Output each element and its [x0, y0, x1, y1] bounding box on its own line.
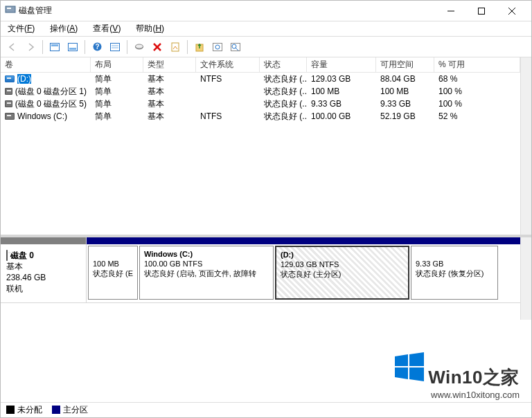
svg-rect-7 [51, 44, 58, 46]
view-top-icon[interactable] [47, 39, 62, 55]
svg-rect-0 [6, 6, 15, 12]
legend-unallocated: 未分配 [6, 404, 42, 416]
svg-rect-19 [172, 43, 179, 51]
volume-icon [5, 100, 12, 107]
menu-help[interactable]: 帮助(H) [133, 21, 167, 36]
refresh-icon[interactable] [132, 39, 147, 55]
volume-row[interactable]: (磁盘 0 磁盘分区 1)简单基本状态良好 (...100 MB100 MB10… [1, 85, 520, 98]
menu-action[interactable]: 操作(A) [47, 21, 80, 36]
graphical-view-scrollbar[interactable] [520, 237, 531, 320]
volume-row[interactable]: (D:)简单基本NTFS状态良好 (...129.03 GB88.04 GB68… [1, 73, 520, 85]
toolbar: ? [1, 37, 531, 57]
volume-list-scrollbar[interactable] [520, 57, 531, 235]
maximize-button[interactable] [466, 1, 497, 21]
legend: 未分配 主分区 [1, 402, 531, 417]
svg-point-22 [215, 45, 220, 49]
col-status[interactable]: 状态 [260, 57, 307, 72]
settings-icon[interactable] [107, 39, 123, 55]
volume-list-panel: 卷 布局 类型 文件系统 状态 容量 可用空间 % 可用 (D:)简单基本NTF… [1, 57, 531, 237]
disk-label: 磁盘 0 [10, 251, 34, 260]
volume-row[interactable]: (磁盘 0 磁盘分区 5)简单基本状态良好 (...9.33 GB9.33 GB… [1, 98, 520, 110]
volume-icon [5, 88, 12, 95]
window-title: 磁盘管理 [16, 5, 436, 17]
close-button[interactable] [497, 1, 527, 21]
partition-box[interactable]: 9.33 GB状态良好 (恢复分区) [411, 246, 498, 300]
svg-text:?: ? [95, 43, 99, 51]
app-icon [5, 4, 16, 17]
minimize-button[interactable] [436, 1, 466, 21]
graphical-view-panel: 磁盘 0 基本 238.46 GB 联机 100 MB状态良好 (EWindow… [1, 237, 531, 417]
svg-rect-3 [479, 8, 485, 14]
disk-management-window: 磁盘管理 文件(F) 操作(A) 查看(V) 帮助(H) ? [0, 0, 532, 418]
disk-type: 基本 [6, 262, 23, 271]
menubar: 文件(F) 操作(A) 查看(V) 帮助(H) [1, 21, 531, 37]
col-type[interactable]: 类型 [143, 57, 196, 72]
titlebar: 磁盘管理 [1, 1, 531, 21]
volume-icon [5, 75, 15, 82]
svg-point-16 [136, 44, 143, 48]
help-icon[interactable]: ? [89, 39, 105, 55]
content-split: 卷 布局 类型 文件系统 状态 容量 可用空间 % 可用 (D:)简单基本NTF… [1, 57, 531, 417]
col-free[interactable]: 可用空间 [376, 57, 434, 72]
action2-icon[interactable] [210, 39, 225, 55]
disk-size: 238.46 GB [6, 273, 46, 282]
disk-drive-icon [6, 250, 8, 261]
volume-list-header: 卷 布局 类型 文件系统 状态 容量 可用空间 % 可用 [1, 57, 520, 73]
col-capacity[interactable]: 容量 [307, 57, 376, 72]
col-layout[interactable]: 布局 [91, 57, 143, 72]
action3-icon[interactable] [228, 39, 243, 55]
svg-rect-12 [111, 43, 120, 51]
svg-line-25 [236, 48, 238, 51]
menu-file[interactable]: 文件(F) [5, 21, 37, 36]
partitions-container: 100 MB状态良好 (EWindows (C:)100.00 GB NTFS状… [87, 237, 520, 302]
menu-view[interactable]: 查看(V) [90, 21, 123, 36]
delete-icon[interactable] [150, 39, 165, 55]
action1-icon[interactable] [192, 39, 207, 55]
col-fs[interactable]: 文件系统 [196, 57, 260, 72]
svg-rect-9 [69, 48, 76, 50]
volume-icon [5, 113, 15, 120]
disk-info[interactable]: 磁盘 0 基本 238.46 GB 联机 [1, 237, 87, 302]
legend-primary: 主分区 [52, 404, 88, 416]
forward-button[interactable] [23, 39, 38, 55]
disk-row: 磁盘 0 基本 238.46 GB 联机 100 MB状态良好 (EWindow… [1, 237, 520, 303]
col-volume[interactable]: 卷 [1, 57, 91, 72]
partition-box[interactable]: Windows (C:)100.00 GB NTFS状态良好 (启动, 页面文件… [139, 246, 274, 300]
partition-box[interactable]: (D:)129.03 GB NTFS状态良好 (主分区) [275, 246, 409, 300]
disk-state: 联机 [6, 284, 23, 293]
partition-box[interactable]: 100 MB状态良好 (E [88, 246, 138, 300]
back-button[interactable] [5, 39, 20, 55]
view-bottom-icon[interactable] [65, 39, 80, 55]
volume-row[interactable]: Windows (C:)简单基本NTFS状态良好 (...100.00 GB52… [1, 110, 520, 122]
properties-icon[interactable] [168, 39, 183, 55]
svg-rect-21 [213, 43, 222, 51]
svg-rect-1 [7, 8, 11, 9]
volume-list-body[interactable]: (D:)简单基本NTFS状态良好 (...129.03 GB88.04 GB68… [1, 73, 520, 235]
col-pctfree[interactable]: % 可用 [434, 57, 520, 72]
